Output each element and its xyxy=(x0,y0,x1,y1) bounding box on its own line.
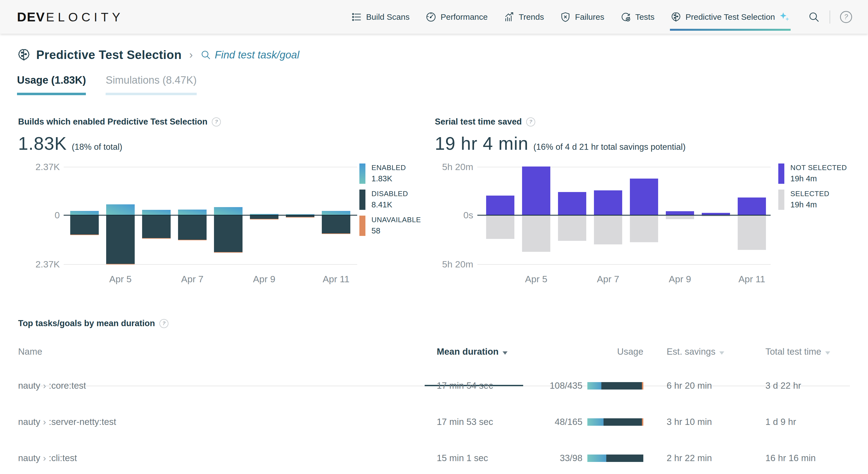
usage-disabled-segment xyxy=(601,382,642,389)
y-axis-label: 0s xyxy=(435,210,473,221)
tab-usage[interactable]: Usage (1.83K) xyxy=(17,74,86,95)
big-value: 1.83K xyxy=(18,133,67,154)
unavailable-bar[interactable] xyxy=(142,238,170,239)
usage-disabled-segment xyxy=(606,454,643,462)
legend-series-name: NOT SELECTED xyxy=(790,163,847,172)
disabled-bar[interactable] xyxy=(106,216,135,264)
header-actions: ? xyxy=(808,10,852,24)
task-name-cell: nauty›:server-netty:test xyxy=(18,417,116,427)
not-selected-bar[interactable] xyxy=(738,197,766,215)
nav-item-tests[interactable]: Tests xyxy=(620,0,655,34)
est-savings-cell: 2 hr 22 min xyxy=(666,453,712,463)
usage-enabled-segment xyxy=(587,454,606,462)
nav-item-label: Tests xyxy=(636,12,655,22)
y-axis-label: 5h 20m xyxy=(435,259,473,270)
not-selected-bar[interactable] xyxy=(630,179,658,215)
nav-item-trends[interactable]: Trends xyxy=(504,0,544,34)
not-selected-bar[interactable] xyxy=(558,192,586,215)
disabled-bar[interactable] xyxy=(142,216,170,238)
legend-swatch xyxy=(778,163,784,184)
enabled-bar[interactable] xyxy=(250,214,278,215)
help-glyph: ? xyxy=(529,119,532,125)
help-icon[interactable]: ? xyxy=(840,11,852,23)
big-value: 19 hr 4 min xyxy=(435,133,528,154)
disabled-bar[interactable] xyxy=(70,216,99,234)
nav-item-label: Performance xyxy=(441,12,488,22)
gridline xyxy=(64,167,357,167)
not-selected-legend-item[interactable]: NOT SELECTED19h 4m xyxy=(778,163,847,184)
column-header-mean-duration[interactable]: Mean duration xyxy=(437,346,507,357)
selected-bar[interactable] xyxy=(522,216,550,252)
help-icon[interactable]: ? xyxy=(526,117,535,126)
enabled-legend-item[interactable]: ENABLED1.83K xyxy=(360,163,406,184)
x-axis-label: Apr 9 xyxy=(655,274,705,284)
unavailable-legend-item[interactable]: UNAVAILABLE58 xyxy=(360,216,421,236)
unavailable-bar[interactable] xyxy=(178,240,207,240)
x-axis-label: Apr 11 xyxy=(311,274,361,284)
logo-text-light: ELOCITY xyxy=(46,10,124,24)
help-icon[interactable]: ? xyxy=(212,117,221,126)
selected-bar[interactable] xyxy=(702,216,730,216)
unavailable-bar[interactable] xyxy=(250,219,278,219)
enabled-bar[interactable] xyxy=(322,211,350,215)
not-selected-bar[interactable] xyxy=(666,211,694,215)
enabled-bar[interactable] xyxy=(70,211,99,215)
selected-bar[interactable] xyxy=(738,216,766,250)
not-selected-bar[interactable] xyxy=(522,166,550,215)
nav-item-performance[interactable]: Performance xyxy=(426,0,488,34)
chart-title: Serial test time saved xyxy=(435,117,522,127)
selected-bar[interactable] xyxy=(558,216,586,241)
help-glyph: ? xyxy=(844,13,848,21)
brain-icon xyxy=(17,48,31,62)
develocity-logo[interactable]: DEVELOCITY xyxy=(17,9,124,24)
table-row[interactable]: nauty›:cli:test15 min 1 sec33/982 hr 22 … xyxy=(18,440,850,474)
enabled-bar[interactable] xyxy=(214,207,243,215)
column-header-est-savings[interactable]: Est. savings xyxy=(666,346,724,357)
table-row[interactable]: nauty›:core:test17 min 54 sec108/4356 hr… xyxy=(18,368,850,404)
enabled-bar[interactable] xyxy=(142,210,170,215)
table-header-row: Name Mean duration Usage Est. savings To… xyxy=(18,340,850,363)
selected-bar[interactable] xyxy=(486,216,515,239)
disabled-bar[interactable] xyxy=(250,216,278,219)
legend-text: DISABLED8.41K xyxy=(371,190,408,210)
unavailable-bar[interactable] xyxy=(70,234,99,235)
disabled-bar[interactable] xyxy=(178,216,207,240)
chart-big-value-row: 19 hr 4 min (16% of 4 d 21 hr total savi… xyxy=(435,133,855,153)
nav-item-failures[interactable]: Failures xyxy=(560,0,604,34)
selected-legend-item[interactable]: SELECTED19h 4m xyxy=(778,190,829,210)
unavailable-bar[interactable] xyxy=(214,252,243,253)
not-selected-bar[interactable] xyxy=(702,213,730,215)
enabled-bar[interactable] xyxy=(178,210,207,215)
find-test-task-link[interactable]: Find test task/goal xyxy=(200,49,299,61)
unavailable-bar[interactable] xyxy=(322,233,350,234)
disabled-bar[interactable] xyxy=(322,216,350,233)
disabled-bar[interactable] xyxy=(214,216,243,252)
help-icon[interactable]: ? xyxy=(159,319,168,328)
disabled-legend-item[interactable]: DISABLED8.41K xyxy=(360,190,408,210)
search-icon[interactable] xyxy=(808,11,820,23)
unavailable-bar[interactable] xyxy=(106,264,135,264)
nav-item-predictive-test-selection[interactable]: Predictive Test Selection xyxy=(671,0,790,34)
unavailable-bar[interactable] xyxy=(286,217,314,218)
selected-bar[interactable] xyxy=(630,216,658,242)
x-axis-label: Apr 5 xyxy=(96,274,145,284)
y-axis-label: 5h 20m xyxy=(435,161,473,172)
enabled-bar[interactable] xyxy=(286,214,314,215)
nav-item-build-scans[interactable]: Build Scans xyxy=(351,0,410,34)
y-axis-label: 2.37K xyxy=(18,161,60,172)
column-header-total-test-time[interactable]: Total test time xyxy=(766,346,830,357)
usage-enabled-segment xyxy=(587,418,603,426)
legend-series-value: 58 xyxy=(371,226,421,235)
not-selected-bar[interactable] xyxy=(594,190,622,215)
chart-title-row: Serial test time saved ? xyxy=(435,117,855,127)
table-row[interactable]: nauty›:server-netty:test17 min 53 sec48/… xyxy=(18,404,850,440)
usage-value: 108/435 xyxy=(550,380,582,391)
selected-bar[interactable] xyxy=(666,216,694,219)
enabled-bar[interactable] xyxy=(106,204,135,215)
page-title: Predictive Test Selection xyxy=(36,48,182,62)
tab-simulations[interactable]: Simulations (8.47K) xyxy=(105,74,197,95)
not-selected-bar[interactable] xyxy=(486,196,515,215)
selected-bar[interactable] xyxy=(594,216,622,244)
task-goal-name: :server-netty:test xyxy=(49,417,116,427)
total-test-time-cell: 3 d 22 hr xyxy=(766,380,801,391)
